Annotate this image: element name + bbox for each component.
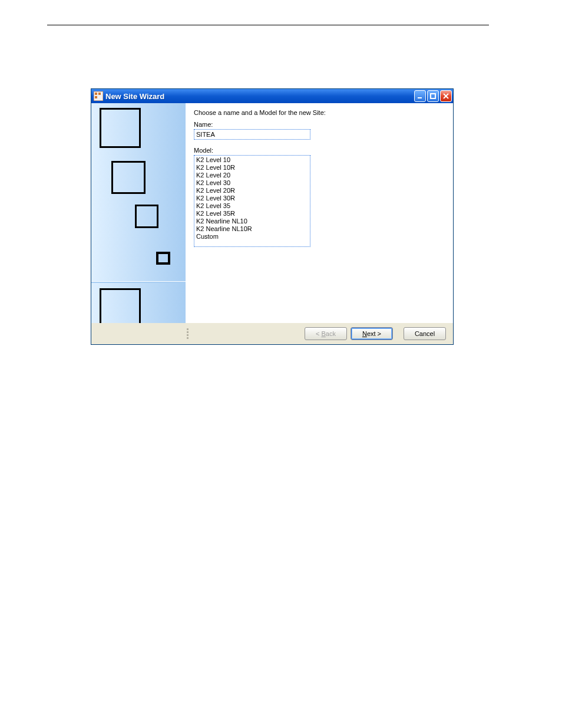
model-label: Model: — [194, 147, 445, 154]
wizard-button-bar: < Back Next > Cancel — [91, 323, 453, 344]
model-list-item[interactable]: K2 Level 20 — [196, 172, 308, 179]
wizard-sidebar — [91, 103, 186, 344]
minimize-button[interactable] — [414, 90, 426, 102]
svg-rect-4 — [418, 97, 422, 98]
site-name-input[interactable] — [194, 129, 310, 140]
decorative-box-icon — [100, 288, 141, 328]
decorative-box-icon — [135, 205, 158, 228]
model-list-item[interactable]: K2 Level 10R — [196, 164, 308, 172]
svg-rect-5 — [431, 94, 435, 98]
prompt-label: Choose a name and a Model for the new Si… — [194, 109, 445, 116]
decorative-box-icon — [111, 161, 146, 194]
model-list-item[interactable]: K2 Level 35 — [196, 202, 308, 210]
model-list-item[interactable]: Custom — [196, 233, 308, 241]
app-icon — [94, 91, 103, 101]
model-list-item[interactable]: K2 Nearline NL10 — [196, 218, 308, 225]
svg-rect-3 — [95, 96, 97, 98]
model-listbox[interactable]: K2 Level 10K2 Level 10RK2 Level 20K2 Lev… — [194, 155, 310, 247]
name-label: Name: — [194, 121, 445, 128]
back-button: < Back — [305, 327, 347, 340]
page-horizontal-rule — [47, 25, 489, 25]
model-list-item[interactable]: K2 Level 30R — [196, 195, 308, 202]
decorative-box-icon — [156, 252, 170, 265]
window-buttons — [414, 90, 452, 102]
next-button[interactable]: Next > — [351, 327, 393, 340]
model-list-item[interactable]: K2 Level 10 — [196, 156, 308, 164]
model-list-item[interactable]: K2 Level 20R — [196, 187, 308, 195]
resize-grip — [186, 323, 189, 344]
new-site-wizard-window: New Site Wizard Ch — [91, 88, 454, 345]
decorative-box-icon — [100, 108, 141, 148]
sidebar-separator — [91, 281, 186, 283]
close-button[interactable] — [440, 90, 452, 102]
svg-rect-2 — [98, 93, 101, 95]
model-list-item[interactable]: K2 Level 30 — [196, 179, 308, 187]
cancel-button[interactable]: Cancel — [404, 327, 446, 340]
model-list-item[interactable]: K2 Level 35R — [196, 210, 308, 218]
maximize-button[interactable] — [427, 90, 439, 102]
model-list-item[interactable]: K2 Nearline NL10R — [196, 225, 308, 233]
window-title: New Site Wizard — [105, 92, 414, 101]
client-area: Choose a name and a Model for the new Si… — [91, 103, 453, 344]
svg-rect-1 — [95, 93, 97, 95]
wizard-content: Choose a name and a Model for the new Si… — [186, 103, 453, 323]
titlebar[interactable]: New Site Wizard — [91, 89, 453, 103]
